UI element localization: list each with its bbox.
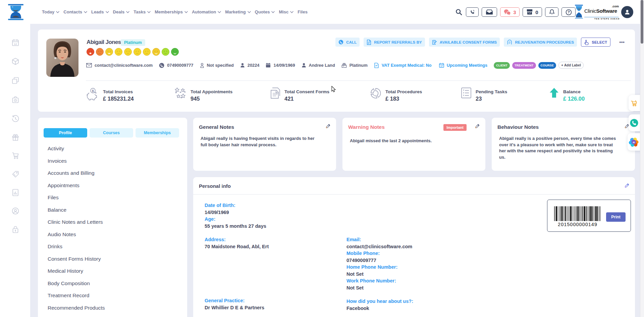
svg-text:17: 17 — [440, 65, 443, 67]
svg-text:?: ? — [568, 10, 570, 14]
svg-text:$: $ — [92, 89, 94, 93]
svg-text:12: 12 — [14, 43, 17, 46]
svg-text:AI: AI — [633, 141, 635, 143]
